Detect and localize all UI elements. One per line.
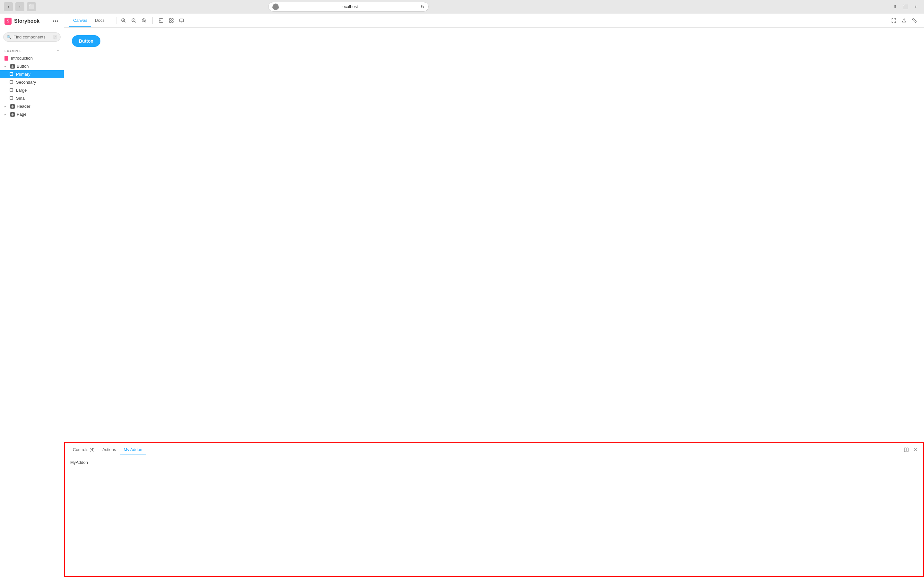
sidebar-item-label: Introduction — [11, 56, 33, 61]
zoom-in-button[interactable] — [119, 16, 128, 25]
sidebar-item-label: Header — [17, 104, 31, 109]
expand-button[interactable] — [889, 16, 898, 25]
component-icon — [10, 64, 15, 69]
sidebar-toggle-button[interactable]: ⬜ — [27, 2, 36, 11]
sidebar-title: Storybook — [14, 18, 39, 24]
search-placeholder: Find components — [13, 35, 51, 39]
sidebar-section-example: EXAMPLE ⌃ Introduction ▸ Butt — [0, 45, 64, 121]
share-button[interactable]: ⬆ — [891, 2, 900, 11]
toolbar: Canvas Docs — [64, 13, 924, 27]
toolbar-actions — [119, 16, 186, 25]
panel-close-button[interactable]: ✕ — [911, 446, 919, 454]
zoom-out-button[interactable] — [129, 16, 138, 25]
address-bar[interactable]: localhost ↻ — [268, 2, 429, 11]
sidebar-item-label: Button — [17, 64, 29, 69]
toolbar-divider — [116, 17, 116, 24]
tab-docs[interactable]: Docs — [91, 15, 108, 27]
search-shortcut-badge: / — [53, 35, 57, 39]
sidebar-item-label: Secondary — [16, 80, 36, 85]
share-story-button[interactable] — [900, 16, 909, 25]
svg-line-1 — [124, 21, 126, 23]
sidebar-item-primary[interactable]: Primary — [0, 70, 64, 78]
section-label: EXAMPLE ⌃ — [0, 48, 64, 54]
svg-rect-11 — [172, 19, 173, 20]
toolbar-divider-2 — [152, 17, 153, 24]
zoom-reset-button[interactable] — [140, 16, 149, 25]
sidebar-item-button[interactable]: ▸ Button — [0, 62, 64, 70]
search-icon: 🔍 — [7, 35, 11, 39]
browser-actions: ⬆ ⬜ + — [891, 2, 920, 11]
reload-button[interactable]: ↻ — [421, 4, 425, 9]
toolbar-tabs: Canvas Docs — [69, 15, 108, 26]
browser-chrome: ‹ › ⬜ localhost ↻ ⬆ ⬜ + — [0, 0, 924, 13]
svg-rect-12 — [170, 21, 171, 23]
expand-icon: ▸ — [5, 64, 8, 68]
sidebar-item-introduction[interactable]: Introduction — [0, 54, 64, 62]
story-icon — [10, 72, 14, 77]
url-text: localhost — [281, 4, 418, 9]
app: S Storybook ••• 🔍 Find components / EXAM… — [0, 13, 924, 577]
sidebar-item-label: Large — [16, 88, 27, 93]
sidebar-item-label: Page — [17, 112, 26, 117]
toolbar-right — [889, 16, 919, 25]
section-chevron-icon[interactable]: ⌃ — [57, 49, 59, 53]
story-icon — [10, 96, 14, 101]
sidebar-menu-button[interactable]: ••• — [52, 17, 59, 25]
svg-point-7 — [142, 19, 145, 22]
storybook-logo-icon: S — [5, 18, 11, 25]
preview-button[interactable]: Button — [72, 35, 100, 47]
svg-line-8 — [145, 21, 146, 23]
tab-myaddon[interactable]: My Addon — [120, 445, 146, 455]
viewport-button[interactable] — [177, 16, 186, 25]
component-icon — [10, 112, 15, 117]
canvas-area: Button — [64, 27, 924, 442]
tab-actions[interactable]: Actions — [99, 445, 120, 455]
back-button[interactable]: ‹ — [4, 2, 13, 11]
svg-rect-14 — [180, 19, 184, 22]
addon-panel-actions: ✕ — [903, 446, 919, 454]
forward-button[interactable]: › — [15, 2, 24, 11]
search-bar[interactable]: 🔍 Find components / — [3, 32, 61, 42]
tab-canvas[interactable]: Canvas — [69, 15, 91, 27]
addon-content: MyAddon — [65, 456, 923, 576]
grid-button[interactable] — [167, 16, 176, 25]
svg-rect-13 — [172, 21, 173, 23]
svg-rect-18 — [907, 448, 908, 452]
copy-link-button[interactable] — [910, 16, 919, 25]
sidebar-item-secondary[interactable]: Secondary — [0, 78, 64, 86]
sidebar-item-page[interactable]: ▸ Page — [0, 110, 64, 118]
story-icon — [10, 88, 14, 93]
sidebar-item-small[interactable]: Small — [0, 94, 64, 102]
new-tab-button[interactable]: ⬜ — [901, 2, 910, 11]
sidebar-item-header[interactable]: ▸ Header — [0, 102, 64, 110]
sidebar-item-label: Primary — [16, 72, 31, 77]
sidebar-logo: S Storybook — [5, 18, 39, 25]
addon-content-text: MyAddon — [70, 460, 88, 465]
sidebar-item-label: Small — [16, 96, 27, 101]
addon-panel: Controls (4) Actions My Addon ✕ — [64, 442, 924, 577]
panel-split-button[interactable] — [903, 446, 910, 454]
expand-icon: ▸ — [5, 113, 8, 116]
expand-icon: ▸ — [5, 105, 8, 108]
svg-rect-10 — [170, 19, 171, 20]
security-icon — [272, 3, 279, 10]
sidebar-item-large[interactable]: Large — [0, 86, 64, 94]
component-icon — [10, 104, 15, 109]
sidebar: S Storybook ••• 🔍 Find components / EXAM… — [0, 13, 64, 577]
content-wrapper: Button Controls (4) Actions My Addon — [64, 27, 924, 577]
doc-icon — [5, 56, 9, 61]
tab-controls[interactable]: Controls (4) — [69, 445, 99, 455]
sidebar-header: S Storybook ••• — [0, 13, 64, 29]
svg-line-5 — [135, 21, 136, 23]
svg-rect-17 — [905, 448, 906, 452]
addon-tabs: Controls (4) Actions My Addon ✕ — [65, 443, 923, 456]
background-button[interactable] — [157, 16, 166, 25]
main-content: Canvas Docs — [64, 13, 924, 577]
story-icon — [10, 80, 14, 85]
add-tab-button[interactable]: + — [911, 2, 920, 11]
